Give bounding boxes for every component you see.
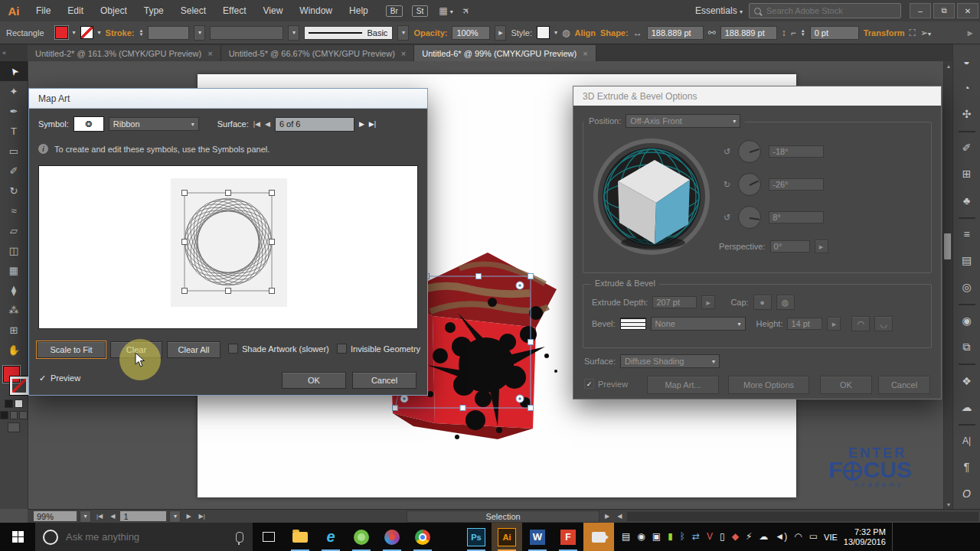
map-art-ok-button[interactable]: OK (282, 372, 346, 389)
transform-panel-link[interactable]: Transform (864, 28, 905, 37)
paragraph-panel-icon[interactable]: ¶ (956, 456, 978, 478)
caret-icon[interactable]: ▾ (194, 25, 205, 41)
power-icon[interactable]: ⚡ (746, 523, 752, 551)
taskbar-photo-app[interactable] (377, 523, 407, 551)
draw-mode-buttons[interactable] (0, 411, 28, 419)
restore-button[interactable]: ⧉ (933, 3, 955, 18)
hand-tool[interactable]: ✋ (0, 340, 28, 360)
eyedropper-tool[interactable]: ⧫ (0, 280, 28, 300)
surface-field[interactable]: 6 of 6 (275, 117, 354, 132)
taskbar-pdf-app[interactable]: F (553, 523, 583, 551)
bluetooth-icon[interactable]: ᛒ (680, 523, 685, 551)
gpu-performance-icon[interactable]: ✈ (459, 4, 472, 17)
caret-icon[interactable]: ▾ (554, 29, 557, 36)
perspective-field[interactable]: 0° (770, 240, 810, 253)
stroke-panel-link[interactable]: Stroke: (106, 28, 135, 37)
extrude-cancel-button[interactable]: Cancel (878, 376, 930, 394)
perspective-menu-icon[interactable]: ▸ (815, 240, 828, 253)
caret-icon[interactable]: ▾ (288, 25, 299, 41)
cc-libraries-panel-icon[interactable]: ☁ (956, 396, 978, 418)
taskbar-edge[interactable]: e (315, 523, 346, 551)
bevel-extent-in-button[interactable]: ◡ (874, 316, 893, 331)
taskbar-clock[interactable]: 7:32 PM 13/09/2016 (844, 527, 886, 547)
taskbar-file-explorer[interactable] (285, 523, 315, 551)
fill-stroke-widget[interactable] (0, 364, 28, 396)
antivirus-tray-icon[interactable]: V (707, 523, 713, 551)
arrange-documents-icon[interactable]: ▦ ▾ (439, 5, 453, 16)
stock-button[interactable]: St (412, 5, 428, 17)
clear-all-button[interactable]: Clear All (167, 341, 220, 358)
scrollbar-thumb[interactable] (944, 233, 951, 259)
shape-panel-link[interactable]: Shape: (600, 28, 629, 37)
rotate-tool[interactable]: ↻ (0, 181, 28, 201)
bounding-box-icon[interactable]: ⛶ (909, 28, 915, 38)
map-art-preview-checkbox[interactable]: ✓ Preview (38, 373, 80, 383)
checkbox[interactable]: ✓ (38, 374, 47, 383)
close-tab-icon[interactable]: × (401, 49, 406, 58)
map-art-preview-area[interactable] (38, 165, 418, 329)
volume-icon[interactable]: ◄) (775, 523, 787, 551)
scale-to-fit-button[interactable]: Scale to Fit (37, 341, 106, 358)
pen-tool[interactable]: ✒ (0, 101, 28, 121)
mesh-tool[interactable]: ▦ (0, 260, 28, 280)
map-art-button[interactable]: Map Art... (647, 376, 719, 394)
brush-definition-dropdown[interactable]: Basic (304, 26, 393, 40)
bevel-dropdown[interactable]: None▾ (651, 317, 746, 331)
checkbox[interactable] (337, 344, 347, 354)
z-rotation-dial[interactable] (738, 206, 761, 229)
horizontal-scrollbar[interactable] (627, 512, 978, 521)
close-tab-icon[interactable]: × (207, 49, 212, 58)
extrude-ok-button[interactable]: OK (820, 376, 872, 394)
artboards-panel-icon[interactable]: ⧉ (956, 336, 978, 357)
menu-object[interactable]: Object (92, 5, 136, 16)
taskbar-photoshop[interactable]: Ps (461, 523, 492, 551)
cortana-search-input[interactable] (64, 530, 230, 543)
extrude-dialog-titlebar[interactable]: 3D Extrude & Bevel Options (573, 86, 941, 106)
default-swatches[interactable] (0, 399, 28, 408)
first-surface-icon[interactable]: |◀ (253, 120, 260, 128)
link-dimensions-icon[interactable]: ⚯ (708, 28, 716, 38)
stroke-color-swatch[interactable] (80, 26, 93, 39)
gradient-tool-panel-icon[interactable]: ▤ (956, 249, 978, 271)
menu-view[interactable]: View (255, 5, 292, 16)
creative-cloud-icon[interactable]: ☁ (759, 523, 768, 551)
scroll-left-icon[interactable]: ◀ (615, 513, 624, 520)
corner-radius-field[interactable]: 0 pt (810, 26, 859, 40)
symbol-dropdown[interactable]: Ribbon▾ (109, 117, 199, 131)
free-transform-tool[interactable]: ▱ (0, 220, 28, 240)
stock-search[interactable] (749, 3, 901, 18)
artboard-caret-icon[interactable]: ▾ (169, 510, 181, 523)
extrude-preview-checkbox[interactable]: ✓ Preview (584, 379, 628, 389)
stroke-panel-icon[interactable]: ≡ (956, 223, 978, 245)
last-surface-icon[interactable]: ▶| (369, 120, 376, 128)
caret-icon[interactable]: ▾ (98, 29, 101, 36)
width-tool[interactable]: ≈ (0, 201, 28, 220)
notifications-icon[interactable]: ▭ (809, 523, 818, 551)
show-desktop-button[interactable] (892, 523, 897, 551)
checkbox[interactable] (228, 344, 238, 354)
taskbar-chrome[interactable] (407, 523, 438, 551)
y-rotation-field[interactable]: -26° (769, 178, 824, 191)
color-guide-panel-icon[interactable]: ✣ (956, 103, 978, 125)
first-artboard-icon[interactable]: |◀ (94, 513, 105, 520)
device-tray-icon[interactable]: ▯ (720, 523, 725, 551)
play-icon[interactable]: ▸ (495, 25, 506, 41)
zoom-caret-icon[interactable]: ▾ (80, 510, 91, 523)
artboard-number-field[interactable]: 1 (120, 511, 166, 521)
caret-icon[interactable]: ▾ (73, 29, 76, 36)
track-cube-widget[interactable] (592, 137, 711, 256)
shape-height-field[interactable]: 188.889 pt (720, 26, 777, 40)
workspace-switcher[interactable]: Essentials ▾ (695, 5, 743, 16)
map-art-cancel-button[interactable]: Cancel (352, 372, 416, 389)
x-rotation-field[interactable]: -18° (769, 145, 824, 158)
sync-app-tray-icon[interactable]: ⇄ (692, 523, 700, 551)
menu-file[interactable]: File (28, 5, 59, 16)
tab-untitled-5[interactable]: Untitled-5* @ 66.67% (CMYK/GPU Preview)× (221, 45, 415, 61)
opacity-field[interactable]: 100% (452, 26, 490, 40)
taskbar-screen-recorder-active[interactable] (583, 523, 614, 551)
menu-type[interactable]: Type (136, 5, 172, 16)
taskbar-coccoc-browser[interactable] (346, 523, 377, 551)
swatches-panel-icon[interactable]: ⊞ (956, 163, 978, 184)
recolor-artwork-icon[interactable]: ◍ (562, 28, 570, 38)
security-shield-icon[interactable]: ◆ (732, 523, 739, 551)
